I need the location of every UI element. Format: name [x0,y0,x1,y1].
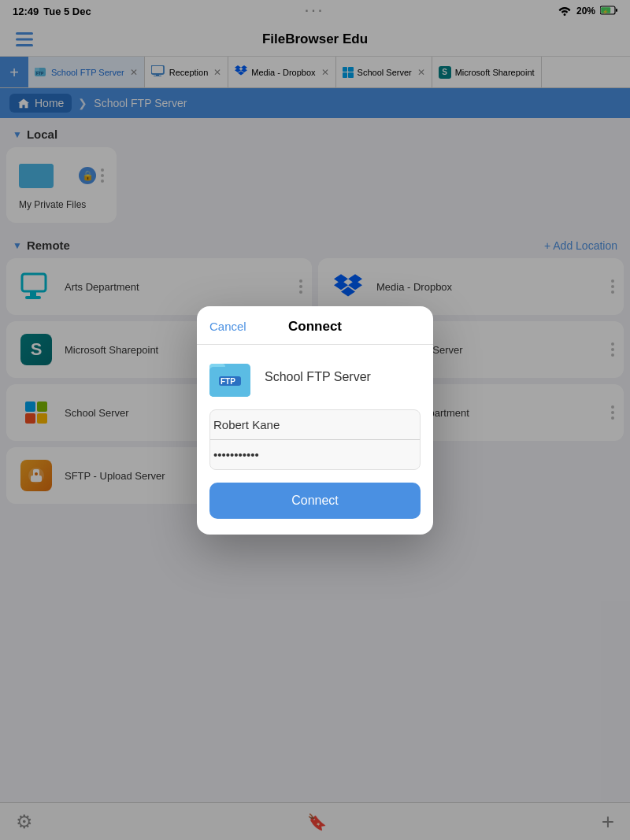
modal-server-name-label: School FTP Server [265,370,371,384]
modal-body: FTP School FTP Server Connect [197,345,433,535]
modal-cancel-button[interactable]: Cancel [209,320,246,333]
svg-text:FTP: FTP [220,377,235,386]
modal-header: Cancel Connect [197,306,433,345]
modal-server-icon: FTP [209,357,254,397]
connect-modal: Cancel Connect FTP School FTP Server [197,306,433,535]
modal-inputs-wrapper [209,409,421,470]
modal-title: Connect [288,319,342,335]
modal-username-input[interactable] [210,410,420,440]
modal-overlay: Cancel Connect FTP School FTP Server [0,0,630,840]
modal-server-info: FTP School FTP Server [209,357,421,397]
modal-connect-button[interactable]: Connect [209,483,421,519]
modal-password-input[interactable] [210,440,420,469]
